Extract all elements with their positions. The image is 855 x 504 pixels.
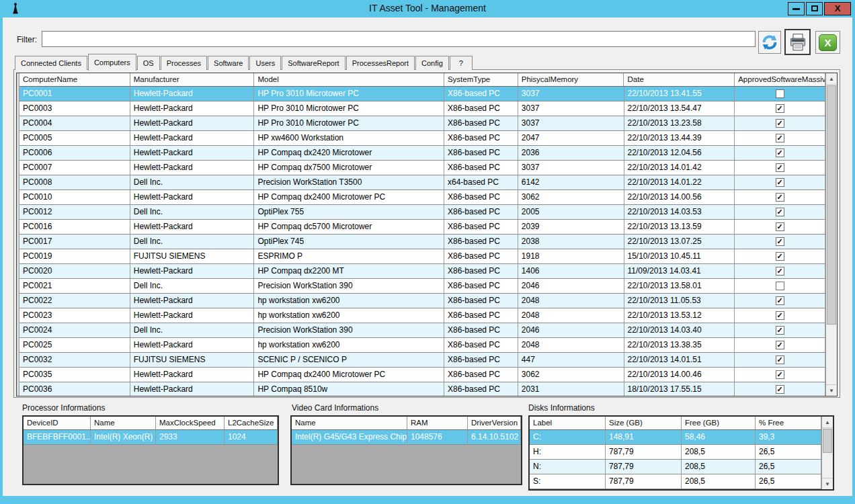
grid-vscrollbar[interactable]: ▲ ▼ [825,73,837,396]
approved-checkbox[interactable]: ✓ [776,208,784,216]
video-column-name[interactable]: Name [292,417,407,429]
disks-scroll-up-icon[interactable]: ▲ [822,417,833,428]
table-row[interactable]: PC0004Hewlett-PackardHP Pro 3010 Microto… [19,116,825,131]
table-row[interactable]: PC0010Hewlett-PackardHP Compaq dx2400 Mi… [19,190,825,205]
table-row[interactable]: PC0003Hewlett-PackardHP Pro 3010 Microto… [19,101,825,116]
tab-config[interactable]: Config [415,56,449,70]
approved-checkbox[interactable]: ✓ [776,178,784,187]
column-header-approvedsoftwaremassive[interactable]: ApprovedSoftwareMassive [735,73,825,86]
approved-checkbox[interactable]: ✓ [776,193,784,202]
video-column-ram[interactable]: RAM [407,417,468,429]
approved-checkbox[interactable]: ✓ [776,104,784,113]
column-header-computername[interactable]: ComputerName [19,73,130,86]
approved-checkbox[interactable]: ✓ [776,296,784,305]
maximize-button[interactable] [806,2,823,15]
column-header-manufacturer[interactable]: Manufacturer [130,73,255,86]
approved-checkbox[interactable]: ✓ [776,119,784,128]
tab-users[interactable]: Users [249,56,281,70]
table-row[interactable]: PC0022Hewlett-Packardhp workstation xw62… [19,294,825,308]
disks-column-size-gb[interactable]: Size (GB) [606,417,682,429]
filter-input[interactable] [42,31,756,47]
table-row[interactable]: PC0021Dell Inc.Precision WorkStation 390… [19,279,825,294]
excel-export-button[interactable]: X [815,31,840,54]
disks-scroll-thumb[interactable] [823,429,832,453]
approved-checkbox[interactable]: ✓ [776,222,784,231]
scroll-down-icon[interactable]: ▼ [826,384,837,396]
cell: Dell Inc. [130,205,255,219]
print-button[interactable] [784,29,811,55]
approved-checkbox[interactable]: ✓ [776,149,784,157]
minimize-button[interactable] [788,2,805,15]
processor-column-l2cachesize[interactable]: L2CacheSize [225,417,278,429]
processor-column-deviceid[interactable]: DeviceID [24,417,91,429]
processor-column-name[interactable]: Name [91,417,156,429]
disks-row[interactable]: S:787,79208,526,5 [530,474,821,489]
table-row[interactable]: PC0032FUJITSU SIEMENSSCENIC P / SCENICO … [19,353,825,368]
disks-row[interactable]: H:787,79208,526,5 [530,445,821,460]
refresh-button[interactable] [758,31,781,54]
tab-computers[interactable]: Computers [88,54,136,71]
tab-connected-clients[interactable]: Connected Clients [15,56,87,70]
table-row[interactable]: PC0036Hewlett-PackardHP Compaq 8510wX86-… [19,382,825,396]
approved-checkbox[interactable]: ✓ [776,311,784,320]
disks-column-free-gb[interactable]: Free (GB) [682,417,756,429]
approved-checkbox[interactable]: ✓ [776,385,784,394]
table-row[interactable]: PC0005Hewlett-PackardHP xw4600 Workstati… [19,131,825,146]
cell: 18/10/2013 17.55.15 [624,382,735,396]
column-header-phisycalmemory[interactable]: PhisycalMemory [518,73,624,86]
table-row[interactable]: PC0016Hewlett-PackardHP Compaq dc5700 Mi… [19,220,825,235]
tab-processes[interactable]: Processes [161,56,207,70]
table-row[interactable]: PC0006Hewlett-PackardHP Compaq dx2420 Mi… [19,146,825,161]
disks-column-free[interactable]: % Free [756,417,821,429]
table-row[interactable]: PC0012Dell Inc.OptiPlex 755X86-based PC2… [19,205,825,220]
close-button[interactable]: X [824,2,851,15]
table-row[interactable]: PC0001Hewlett-PackardHP Pro 3010 Microto… [19,87,825,101]
cell: PC0019 [19,249,130,263]
scroll-thumb[interactable] [827,85,836,325]
table-row[interactable]: PC0024Dell Inc.Precision WorkStation 390… [19,323,825,338]
video-row[interactable]: Intel(R) G45/G43 Express Chipset10485766… [292,430,521,445]
tab-processesreport[interactable]: ProcessesReport [346,56,415,70]
grid-body: PC0001Hewlett-PackardHP Pro 3010 Microto… [19,87,825,396]
video-column-driverversion[interactable]: DriverVersion [468,417,521,429]
approved-checkbox[interactable]: ✓ [776,267,784,276]
bottom-area: Processor Informations Video Card Inform… [3,398,852,496]
processor-empty-area [24,445,278,484]
approved-checkbox[interactable]: ✓ [776,370,784,379]
approved-checkbox[interactable]: ✓ [776,237,784,246]
approved-cell: ✓ [735,264,825,278]
tab-softwarereport[interactable]: SoftwareReport [282,56,345,70]
table-row[interactable]: PC0020Hewlett-PackardHP Compaq dx2200 MT… [19,264,825,279]
column-header-systemtype[interactable]: SystemType [444,73,518,86]
approved-checkbox[interactable]: ✓ [776,341,784,349]
table-row[interactable]: PC0019FUJITSU SIEMENSESPRIMO PX86-based … [19,249,825,264]
scroll-up-icon[interactable]: ▲ [826,73,837,85]
disks-row[interactable]: N:787,79208,526,5 [530,460,821,474]
cell: Precision WorkStation T3500 [254,175,444,190]
disks-row[interactable]: C:148,9158,4639,3 [530,430,821,445]
table-row[interactable]: PC0007Hewlett-PackardHP Compaq dx7500 Mi… [19,161,825,175]
table-row[interactable]: PC0025Hewlett-Packardhp workstation xw62… [19,338,825,353]
approved-checkbox[interactable]: ✓ [776,252,784,261]
cell: PC0007 [19,161,130,175]
processor-row[interactable]: BFEBFBFF0001...Intel(R) Xeon(R) ...29331… [24,430,278,445]
approved-checkbox[interactable]: ✓ [776,326,784,335]
table-row[interactable]: PC0017Dell Inc.OptiPlex 745X86-based PC2… [19,235,825,249]
approved-checkbox[interactable]: ✓ [776,355,784,364]
processor-column-maxclockspeed[interactable]: MaxClockSpeed [156,417,225,429]
approved-checkbox[interactable]: ✓ [776,134,784,142]
tab-software[interactable]: Software [208,56,249,70]
tab-os[interactable]: OS [137,56,160,70]
table-row[interactable]: PC0035Hewlett-PackardHP Compaq dx2400 Mi… [19,368,825,382]
disks-vscrollbar[interactable]: ▲ ▼ [821,417,833,489]
disks-scroll-down-icon[interactable]: ▼ [822,478,833,489]
disks-column-label[interactable]: Label [530,417,606,429]
table-row[interactable]: PC0008Dell Inc.Precision WorkStation T35… [19,175,825,190]
approved-checkbox[interactable] [776,89,784,98]
column-header-date[interactable]: Date [624,73,735,86]
table-row[interactable]: PC0023Hewlett-Packardhp workstation xw62… [19,308,825,323]
approved-checkbox[interactable] [776,282,784,290]
column-header-model[interactable]: Model [254,73,444,86]
tab-q[interactable]: ? [450,56,473,70]
approved-checkbox[interactable]: ✓ [776,163,784,172]
